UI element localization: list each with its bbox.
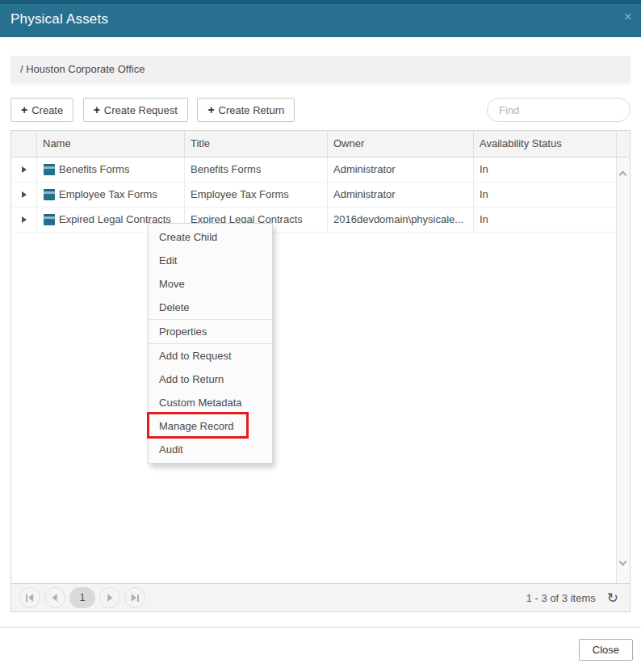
last-page-icon — [137, 594, 139, 602]
asset-box-icon — [44, 164, 55, 175]
menu-item-edit[interactable]: Edit — [149, 249, 272, 272]
column-header-availability[interactable]: Availability Status — [473, 131, 616, 157]
pager-summary: 1 - 3 of 3 items — [526, 592, 596, 604]
create-request-button[interactable]: +Create Request — [83, 98, 188, 122]
physical-assets-dialog: Physical Assets × / Houston Corporate Of… — [0, 0, 641, 672]
vertical-scrollbar[interactable] — [616, 158, 630, 584]
row-expand-icon[interactable] — [22, 191, 27, 198]
menu-item-custom-metadata[interactable]: Custom Metadata — [149, 391, 272, 414]
cell-availability: In — [480, 208, 488, 232]
next-page-button[interactable] — [99, 587, 120, 608]
plus-icon: + — [207, 103, 214, 116]
toolbar: +Create +Create Request +Create Return — [10, 98, 631, 122]
menu-item-properties[interactable]: Properties — [149, 320, 272, 343]
menu-item-create-child[interactable]: Create Child — [149, 225, 272, 249]
breadcrumb-path[interactable]: / Houston Corporate Office — [20, 63, 145, 75]
assets-grid: Name Title Owner Availability Status Ben… — [10, 130, 631, 612]
cell-availability: In — [480, 158, 488, 182]
breadcrumb: / Houston Corporate Office — [10, 56, 631, 82]
plus-icon: + — [94, 103, 100, 116]
dialog-titlebar: Physical Assets × — [0, 0, 641, 37]
cell-owner: 2016devdomain\physicale... — [333, 208, 463, 232]
dialog-footer: Close — [0, 627, 641, 672]
refresh-icon[interactable]: ↻ — [607, 591, 618, 605]
menu-item-add-to-return[interactable]: Add to Return — [149, 368, 272, 391]
cell-availability: In — [480, 183, 488, 207]
cell-owner: Administrator — [333, 158, 396, 182]
asset-box-icon — [44, 189, 55, 200]
previous-page-icon — [52, 594, 57, 602]
next-page-icon — [107, 594, 112, 602]
close-button[interactable]: Close — [579, 639, 633, 661]
table-row[interactable]: Benefits Forms Benefits Forms Administra… — [11, 158, 630, 183]
menu-item-manage-record[interactable]: Manage Record — [149, 414, 272, 438]
menu-item-move[interactable]: Move — [149, 272, 272, 296]
grid-pager: 1 1 - 3 of 3 items ↻ — [11, 583, 630, 611]
context-menu: Create Child Edit Move Delete Properties… — [148, 223, 273, 464]
table-row[interactable]: Expired Legal Contracts Expired Legal Co… — [11, 208, 630, 233]
grid-body: Benefits Forms Benefits Forms Administra… — [11, 158, 630, 584]
cell-name: Benefits Forms — [59, 158, 129, 182]
previous-page-button[interactable] — [44, 587, 65, 608]
column-header-name[interactable]: Name — [36, 131, 184, 157]
asset-box-icon — [44, 214, 55, 225]
cell-title: Employee Tax Forms — [191, 183, 289, 207]
header-scrollbar-spacer — [616, 131, 630, 157]
column-header-owner[interactable]: Owner — [327, 131, 473, 157]
grid-header-row: Name Title Owner Availability Status — [11, 131, 630, 158]
first-page-icon — [26, 594, 27, 602]
create-return-button[interactable]: +Create Return — [197, 98, 295, 122]
cell-owner: Administrator — [333, 183, 396, 207]
last-page-button[interactable] — [124, 587, 145, 608]
scroll-down-icon[interactable] — [619, 558, 627, 566]
find-input[interactable] — [487, 98, 631, 122]
cell-name: Employee Tax Forms — [59, 183, 157, 207]
menu-item-audit[interactable]: Audit — [149, 438, 272, 461]
plus-icon: + — [21, 103, 27, 116]
scroll-up-icon[interactable] — [619, 171, 627, 179]
menu-item-delete[interactable]: Delete — [149, 296, 272, 319]
table-row[interactable]: Employee Tax Forms Employee Tax Forms Ad… — [11, 183, 630, 208]
row-expand-icon[interactable] — [22, 216, 27, 223]
close-icon[interactable]: × — [624, 9, 632, 25]
cell-title: Benefits Forms — [191, 158, 261, 182]
first-page-button[interactable] — [19, 587, 40, 608]
menu-item-add-to-request[interactable]: Add to Request — [149, 344, 272, 368]
column-header-title[interactable]: Title — [184, 131, 327, 157]
expander-column-header — [11, 131, 36, 157]
row-expand-icon[interactable] — [22, 166, 27, 173]
dialog-title: Physical Assets — [10, 11, 108, 27]
create-button[interactable]: +Create — [10, 98, 73, 122]
current-page-indicator[interactable]: 1 — [69, 587, 95, 608]
